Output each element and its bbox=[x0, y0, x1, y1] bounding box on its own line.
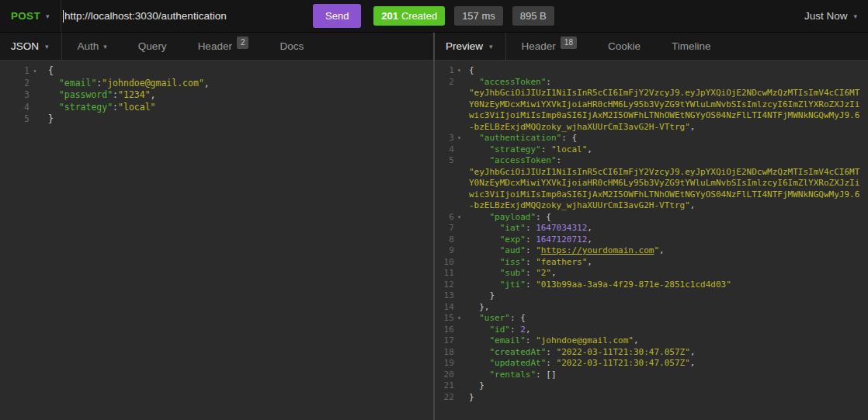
code-line-content: "aud": "https://yourdomain.com", bbox=[469, 245, 863, 257]
tab-label: Query bbox=[138, 40, 167, 52]
rest-client-window: POST ▾ http://localhost:3030/authenticat… bbox=[0, 0, 868, 420]
token-str: "local" bbox=[118, 102, 155, 113]
fold-arrow-icon[interactable]: ▾ bbox=[30, 65, 40, 78]
token-punc bbox=[469, 245, 500, 255]
method-label: POST bbox=[11, 10, 40, 22]
body-type-dropdown[interactable]: JSON ▾ bbox=[0, 33, 62, 60]
tab-timeline[interactable]: Timeline bbox=[656, 33, 727, 60]
send-button[interactable]: Send bbox=[313, 4, 361, 28]
tab-query[interactable]: Query bbox=[123, 33, 182, 60]
token-punc bbox=[469, 155, 490, 165]
fold-arrow-icon[interactable]: ▾ bbox=[454, 65, 464, 77]
url-link[interactable]: https://yourdomain.com bbox=[541, 245, 654, 255]
token-str: "eyJhbGciOiJIUzI1NiIsInR5cCI6ImFjY2VzcyJ… bbox=[469, 167, 859, 211]
token-punc: : { bbox=[536, 212, 551, 222]
code-line: 14 }, bbox=[439, 302, 863, 314]
tab-cookie[interactable]: Cookie bbox=[592, 33, 656, 60]
token-punc bbox=[469, 133, 479, 143]
token-key: "sub" bbox=[500, 268, 526, 278]
fold-gutter bbox=[454, 358, 464, 370]
line-number: 1 bbox=[439, 65, 454, 77]
text-cursor bbox=[63, 10, 64, 23]
tab-count-badge: 18 bbox=[561, 36, 577, 49]
fold-gutter bbox=[454, 234, 464, 246]
fold-gutter bbox=[454, 155, 464, 167]
line-number: 21 bbox=[439, 380, 454, 392]
chevron-down-icon: ▾ bbox=[103, 43, 107, 50]
token-num: 1647120712 bbox=[536, 234, 587, 245]
tab-header[interactable]: Header2 bbox=[182, 33, 265, 60]
method-dropdown[interactable]: POST ▾ bbox=[0, 0, 61, 32]
token-str: "local" bbox=[551, 144, 587, 154]
code-line-content: "accessToken": "eyJhbGciOiJIUzI1NiIsInR5… bbox=[469, 155, 863, 212]
tab-label: Header bbox=[198, 40, 232, 52]
preview-mode-dropdown[interactable]: Preview ▾ bbox=[435, 33, 506, 60]
request-pane: JSON ▾ Auth▾QueryHeader2Docs 1▾{2 "email… bbox=[0, 33, 433, 420]
url-text: http://localhost:3030/authentication bbox=[64, 10, 227, 22]
fold-arrow-icon[interactable]: ▾ bbox=[454, 313, 464, 325]
token-punc: : bbox=[526, 245, 536, 255]
tab-label: Docs bbox=[279, 40, 304, 52]
code-line-content: "accessToken": "eyJhbGciOiJIUzI1NiIsInR5… bbox=[469, 77, 863, 134]
tab-label: Timeline bbox=[672, 40, 711, 52]
tab-auth[interactable]: Auth▾ bbox=[62, 33, 123, 60]
token-punc: : bbox=[546, 358, 556, 368]
tab-header[interactable]: Header18 bbox=[506, 33, 592, 60]
status-text: Created bbox=[401, 10, 437, 22]
status-badge: 201Created bbox=[373, 6, 445, 26]
fold-gutter bbox=[454, 325, 464, 336]
token-punc: : bbox=[526, 279, 536, 290]
code-line-content: } bbox=[469, 380, 863, 392]
token-punc: , bbox=[690, 347, 696, 357]
code-line: 20 "rentals": [] bbox=[439, 370, 863, 381]
url-input[interactable]: http://localhost:3030/authentication bbox=[61, 0, 313, 32]
token-key: "email" bbox=[490, 335, 526, 345]
token-punc bbox=[469, 212, 490, 222]
line-number: 15 bbox=[439, 313, 454, 325]
token-punc: , bbox=[690, 200, 696, 210]
history-label: Just Now bbox=[804, 10, 848, 22]
token-punc: , bbox=[526, 325, 531, 335]
fold-gutter bbox=[454, 245, 464, 257]
token-punc: : bbox=[526, 268, 536, 278]
line-number: 16 bbox=[439, 325, 454, 336]
token-punc: : bbox=[557, 155, 567, 165]
code-line: 6▾ "payload": { bbox=[439, 212, 863, 224]
token-punc bbox=[48, 78, 59, 89]
token-punc: : bbox=[113, 89, 118, 100]
fold-gutter bbox=[454, 335, 464, 347]
code-line: 2 "accessToken": "eyJhbGciOiJIUzI1NiIsIn… bbox=[439, 77, 863, 134]
response-history-dropdown[interactable]: Just Now ▾ bbox=[804, 10, 857, 22]
token-punc: , bbox=[587, 234, 592, 245]
line-number: 4 bbox=[5, 102, 30, 114]
line-number: 2 bbox=[439, 77, 454, 89]
tab-label: Header bbox=[522, 40, 556, 52]
token-key: "user" bbox=[479, 313, 510, 323]
code-line: 8 "exp": 1647120712, bbox=[439, 234, 863, 246]
token-punc bbox=[469, 325, 490, 335]
token-punc: : bbox=[113, 102, 118, 113]
code-line-content: "rentals": [] bbox=[469, 370, 863, 381]
line-number: 13 bbox=[439, 290, 454, 302]
line-number: 3 bbox=[5, 89, 30, 102]
response-tabbar: Preview ▾ Header18CookieTimeline bbox=[435, 33, 868, 61]
code-line-content: { bbox=[469, 65, 863, 77]
code-line: 21 } bbox=[439, 380, 863, 392]
token-punc bbox=[469, 257, 500, 267]
line-number: 10 bbox=[439, 257, 454, 269]
fold-arrow-icon[interactable]: ▾ bbox=[454, 133, 464, 144]
code-line: 2 "email":"johndoe@gmail.com", bbox=[5, 78, 429, 90]
tab-docs[interactable]: Docs bbox=[264, 33, 319, 60]
code-line: 22} bbox=[439, 392, 863, 404]
token-key: "exp" bbox=[500, 234, 526, 245]
code-line: 19 "updatedAt": "2022-03-11T21:30:47.057… bbox=[439, 358, 863, 370]
fold-arrow-icon[interactable]: ▾ bbox=[454, 212, 464, 224]
token-punc bbox=[469, 279, 500, 290]
request-body-editor[interactable]: 1▾{2 "email":"johndoe@gmail.com",3 "pass… bbox=[0, 61, 433, 420]
fold-gutter bbox=[454, 370, 464, 381]
code-line: 4 "strategy": "local", bbox=[439, 144, 863, 156]
code-line: 18 "createdAt": "2022-03-11T21:30:47.057… bbox=[439, 347, 863, 359]
response-time-badge: 157 ms bbox=[454, 6, 503, 26]
response-body-viewer: 1▾{2 "accessToken": "eyJhbGciOiJIUzI1NiI… bbox=[435, 61, 868, 420]
line-number: 8 bbox=[439, 234, 454, 246]
